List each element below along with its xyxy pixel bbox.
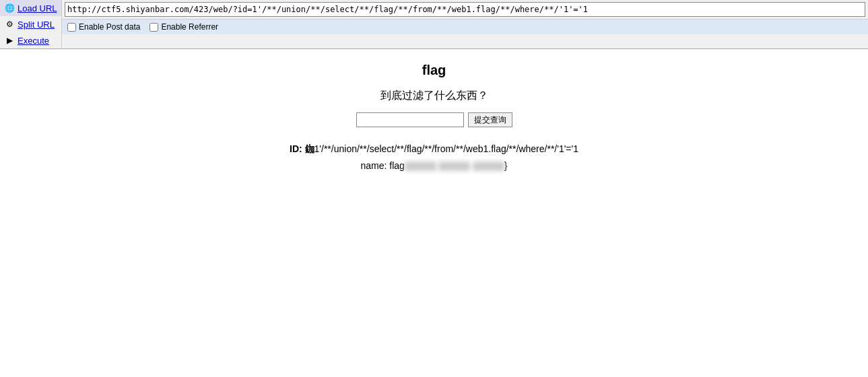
submit-button[interactable]: 提交查询 — [468, 112, 512, 127]
enable-referrer-label: Enable Referrer — [161, 22, 218, 32]
enable-post-checkbox-label[interactable]: Enable Post data — [67, 22, 140, 32]
url-area: Enable Post data Enable Referrer — [62, 0, 868, 48]
name-prefix: name: flag — [361, 160, 405, 171]
enable-referrer-checkbox[interactable] — [149, 23, 158, 32]
id-prefix: ID: 鉫 — [290, 143, 314, 154]
split-url-icon: ⚙ — [4, 19, 15, 30]
blurred-1 — [405, 162, 436, 171]
page-heading: flag — [422, 63, 446, 78]
enable-post-checkbox[interactable] — [67, 23, 76, 32]
load-url-button[interactable]: 🌐 Load URL — [0, 0, 61, 16]
search-input[interactable] — [356, 112, 464, 127]
name-suffix: } — [504, 160, 508, 171]
name-line: name: flag } — [290, 158, 578, 174]
result-area: ID: 鉫1'/**/union/**/select/**/flag/**/fr… — [290, 141, 578, 174]
load-url-icon: 🌐 — [4, 3, 15, 13]
split-url-label: Split URL — [18, 20, 55, 30]
load-url-label: Load URL — [18, 3, 57, 13]
blurred-2 — [438, 162, 470, 171]
enable-post-label: Enable Post data — [79, 22, 140, 32]
url-row — [62, 0, 868, 20]
main-content: flag 到底过滤了什么东西？ 提交查询 ID: 鉫1'/**/union/**… — [0, 49, 868, 188]
split-url-button[interactable]: ⚙ Split URL — [0, 16, 61, 32]
enable-referrer-checkbox-label[interactable]: Enable Referrer — [149, 22, 218, 32]
blurred-3 — [473, 162, 504, 171]
execute-label: Execute — [18, 36, 49, 46]
url-input[interactable] — [65, 2, 865, 17]
id-query: 1'/**/union/**/select/**/flag/**/from/**… — [314, 143, 578, 154]
id-line: ID: 鉫1'/**/union/**/select/**/flag/**/fr… — [290, 141, 578, 158]
execute-icon: ▶ — [4, 35, 15, 46]
toolbar: 🌐 Load URL ⚙ Split URL ▶ Execute Enable … — [0, 0, 868, 49]
search-row: 提交查询 — [356, 112, 512, 127]
execute-button[interactable]: ▶ Execute — [0, 32, 61, 48]
options-row: Enable Post data Enable Referrer — [62, 20, 868, 34]
sidebar: 🌐 Load URL ⚙ Split URL ▶ Execute — [0, 0, 62, 48]
sub-heading: 到底过滤了什么东西？ — [380, 89, 488, 103]
